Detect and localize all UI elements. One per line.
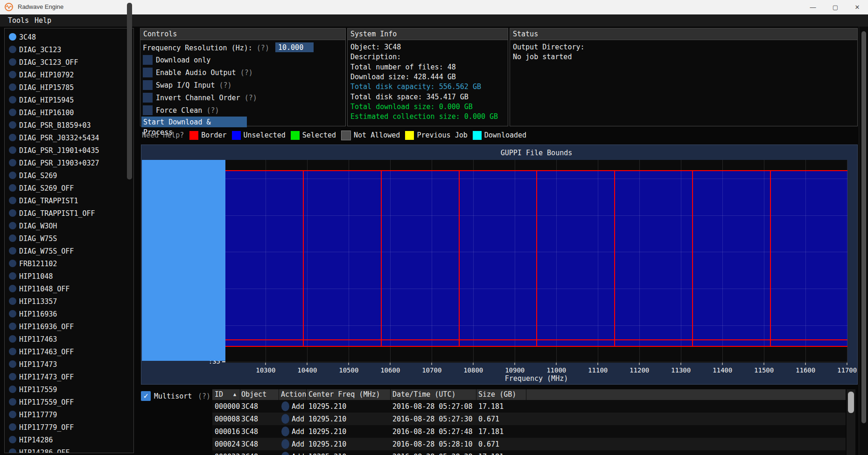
target-list-item[interactable]: HIP14286 <box>5 434 133 446</box>
radio-icon[interactable] <box>9 386 16 393</box>
table-row[interactable]: 0000243C48Add10295.2102016-08-28 05:28:1… <box>212 438 846 450</box>
maximize-button[interactable]: ▢ <box>825 0 846 14</box>
target-list-item[interactable]: DIAG_W75S_OFF <box>5 245 133 257</box>
sidebar-scrollbar[interactable] <box>127 3 132 179</box>
radio-icon[interactable] <box>9 46 16 53</box>
target-list-item[interactable]: DIAG_PSR_B1859+03 <box>5 119 133 131</box>
table-row[interactable]: 0000083C48Add10295.2102016-08-28 05:27:3… <box>212 413 846 425</box>
column-header-action[interactable]: Action <box>281 390 306 399</box>
table-row[interactable]: 0000163C48Add10295.2102016-08-28 05:27:4… <box>212 425 846 438</box>
radio-icon[interactable] <box>9 71 16 78</box>
target-list-item[interactable]: HIP117463_OFF <box>5 345 133 358</box>
target-list-item[interactable]: DIAG_S269 <box>5 169 133 182</box>
radio-icon[interactable] <box>9 58 16 66</box>
column-header-size-gb-[interactable]: Size (GB) <box>478 390 516 399</box>
target-list-item[interactable]: DIAG_HIP15945 <box>5 94 133 106</box>
radio-icon[interactable] <box>9 83 16 91</box>
column-header-object[interactable]: Object <box>241 390 266 399</box>
radio-icon[interactable] <box>9 209 16 217</box>
target-list-item[interactable]: HIP117473_OFF <box>5 371 133 383</box>
main-scrollbar-thumb[interactable] <box>861 31 866 423</box>
radio-icon[interactable] <box>9 310 16 317</box>
radio-icon[interactable] <box>9 197 16 204</box>
checkbox-enable-audio-output[interactable] <box>143 68 153 77</box>
frequency-resolution-input[interactable] <box>275 42 314 52</box>
close-button[interactable]: ✕ <box>847 0 868 14</box>
checkbox-download-only[interactable] <box>143 55 153 65</box>
radio-icon[interactable] <box>9 297 16 305</box>
checkbox-help-icon[interactable]: (?) <box>240 69 253 77</box>
radio-icon[interactable] <box>9 272 16 280</box>
radio-selected-icon[interactable] <box>9 33 16 41</box>
chart-plot-area[interactable] <box>225 160 847 363</box>
radio-icon[interactable] <box>9 285 16 292</box>
action-toggle-icon[interactable] <box>281 401 289 411</box>
action-toggle-icon[interactable] <box>281 452 289 455</box>
radio-icon[interactable] <box>9 134 16 141</box>
action-toggle-icon[interactable] <box>281 414 289 424</box>
radio-icon[interactable] <box>9 109 16 116</box>
radio-icon[interactable] <box>9 184 16 192</box>
target-list-item[interactable]: HIP117559_OFF <box>5 396 133 408</box>
target-list-item[interactable]: HIP14286_OFF <box>5 446 133 453</box>
table-scrollbar-thumb[interactable] <box>848 392 854 413</box>
target-list-item[interactable]: HIP117463 <box>5 333 133 345</box>
start-download-button[interactable]: Start Download & Process <box>141 117 247 127</box>
radio-icon[interactable] <box>9 423 16 431</box>
target-list-item[interactable]: DIAG_PSR_J1901+0435 <box>5 144 133 157</box>
radio-icon[interactable] <box>9 398 16 406</box>
minimize-button[interactable]: — <box>802 0 824 14</box>
target-list-item[interactable]: HIP117559 <box>5 383 133 396</box>
table-row[interactable]: 0000323C48Add10295.2102016-08-28 05:28:2… <box>212 450 846 455</box>
target-list-item[interactable]: HIP116936 <box>5 308 133 320</box>
target-list-item[interactable]: HIP117473 <box>5 358 133 371</box>
need-help-link[interactable]: Need Help? <box>142 131 184 139</box>
checkbox-help-icon[interactable]: (?) <box>245 94 257 102</box>
multisort-help-icon[interactable]: (?) <box>198 392 210 400</box>
target-list-item[interactable]: HIP11048_OFF <box>5 283 133 295</box>
radio-icon[interactable] <box>9 247 16 255</box>
checkbox-invert-channel-order[interactable] <box>143 93 153 103</box>
guppi-chart-panel[interactable]: GUPPI File Bounds 2016-08-28 09:10:15:20… <box>141 145 858 385</box>
checkbox-help-icon[interactable]: (?) <box>219 81 231 90</box>
sort-arrow-icon[interactable]: ▲ <box>233 392 236 397</box>
checkbox-force-clean[interactable] <box>143 105 153 115</box>
target-list-item[interactable]: FRB121102 <box>5 257 133 270</box>
radio-icon[interactable] <box>9 260 16 267</box>
radio-icon[interactable] <box>9 360 16 368</box>
column-header-center-freq-mhz-[interactable]: Center Freq (MHz) <box>308 390 380 399</box>
cell-action[interactable]: Add <box>292 415 304 423</box>
target-list-item[interactable]: HIP113357 <box>5 295 133 308</box>
action-toggle-icon[interactable] <box>281 427 289 436</box>
radio-icon[interactable] <box>9 411 16 418</box>
radio-icon[interactable] <box>9 335 16 343</box>
target-list-item[interactable]: DIAG_TRAPPIST1 <box>5 194 133 207</box>
radio-icon[interactable] <box>9 234 16 242</box>
radio-icon[interactable] <box>9 146 16 154</box>
radio-icon[interactable] <box>9 222 16 229</box>
target-list-item[interactable]: DIAG_S269_OFF <box>5 182 133 194</box>
target-list-item[interactable]: DIAG_3C123_OFF <box>5 56 133 69</box>
column-header-date-time-utc-[interactable]: Date/Time (UTC) <box>392 390 455 399</box>
checkbox-swap-i-q-input[interactable] <box>143 80 153 90</box>
cell-action[interactable]: Add <box>292 440 304 448</box>
target-list-item[interactable]: DIAG_HIP16100 <box>5 106 133 119</box>
target-list-item[interactable]: 3C48 <box>5 31 133 43</box>
table-row[interactable]: 0000003C48Add10295.2102016-08-28 05:27:0… <box>212 400 846 413</box>
target-list-item[interactable]: HIP117779 <box>5 408 133 421</box>
target-list-item[interactable]: HIP11048 <box>5 270 133 283</box>
target-list-item[interactable]: DIAG_HIP10792 <box>5 69 133 81</box>
column-header-id[interactable]: ID <box>215 390 223 399</box>
target-list-item[interactable]: DIAG_PSR_J1903+0327 <box>5 157 133 169</box>
multisort-checkbox[interactable]: ✓ <box>141 391 151 401</box>
frequency-help-icon[interactable]: (?) <box>257 44 269 52</box>
radio-icon[interactable] <box>9 96 16 103</box>
target-list-item[interactable]: DIAG_W75S <box>5 232 133 245</box>
radio-icon[interactable] <box>9 121 16 129</box>
target-list-item[interactable]: DIAG_W3OH <box>5 220 133 232</box>
radio-icon[interactable] <box>9 436 16 443</box>
cell-action[interactable]: Add <box>292 453 304 455</box>
target-list-item[interactable]: DIAG_PSR_J0332+5434 <box>5 131 133 144</box>
target-list-item[interactable]: HIP117779_OFF <box>5 421 133 434</box>
target-list-item[interactable]: HIP116936_OFF <box>5 320 133 333</box>
